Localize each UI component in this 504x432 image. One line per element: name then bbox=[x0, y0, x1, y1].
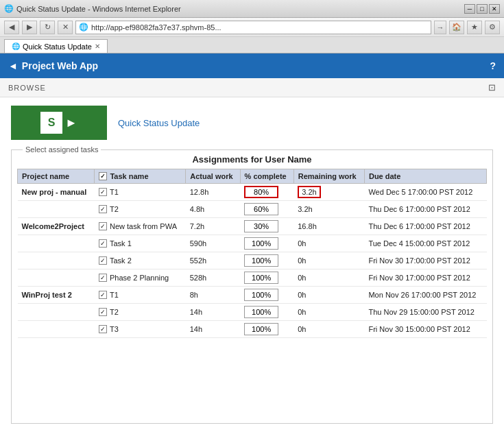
actual-work-cell: 14h bbox=[186, 321, 240, 338]
ribbon-bar: BROWSE ⊡ bbox=[0, 78, 504, 97]
task-checkbox[interactable]: ✓ bbox=[99, 325, 107, 333]
due-date-cell: Mon Nov 26 17:00:00 PST 2012 bbox=[364, 287, 486, 304]
remaining-work-cell: 0h bbox=[293, 269, 364, 287]
table-header-row: Project name ✓ Task name Actual work % c… bbox=[18, 169, 487, 184]
page-title-link[interactable]: Quick Status Update bbox=[118, 118, 200, 128]
table-row: ✓Phase 2 Planning528h0hFri Nov 30 17:00:… bbox=[18, 269, 487, 287]
pct-input[interactable] bbox=[244, 186, 278, 198]
sp-logo-arrow: ► bbox=[65, 116, 77, 130]
forward-button[interactable]: ▶ bbox=[22, 21, 37, 34]
task-selection-box: Select assigned tasks Assignments for Us… bbox=[11, 149, 493, 424]
table-row: ✓T214h0hThu Nov 29 15:00:00 PST 2012 bbox=[18, 304, 487, 321]
project-name-cell: WinProj test 2 bbox=[18, 287, 95, 304]
help-button[interactable]: ? bbox=[490, 60, 496, 71]
project-name-cell: New proj - manual bbox=[18, 184, 95, 201]
actual-work-cell: 8h bbox=[186, 287, 240, 304]
task-checkbox[interactable]: ✓ bbox=[99, 222, 107, 230]
go-button[interactable]: → bbox=[434, 21, 446, 34]
col-project: Project name bbox=[18, 169, 95, 184]
col-task: ✓ Task name bbox=[95, 169, 186, 184]
due-date-cell: Fri Nov 30 15:00:00 PST 2012 bbox=[364, 321, 486, 338]
task-name-cell: ✓T2 bbox=[95, 201, 186, 218]
remaining-work-cell: 0h bbox=[293, 321, 364, 338]
pct-input[interactable] bbox=[244, 220, 278, 232]
remaining-work-cell: 0h bbox=[293, 235, 364, 252]
table-row: WinProj test 2✓T18h0hMon Nov 26 17:00:00… bbox=[18, 287, 487, 304]
pct-input[interactable] bbox=[244, 203, 278, 215]
maximize-button[interactable]: □ bbox=[477, 4, 488, 14]
browser-favicon: 🌐 bbox=[4, 4, 14, 13]
pct-complete-cell[interactable] bbox=[240, 235, 293, 252]
pct-input[interactable] bbox=[244, 289, 278, 301]
back-button[interactable]: ◀ bbox=[4, 21, 19, 34]
table-row: ✓Task 2552h0hFri Nov 30 17:00:00 PST 201… bbox=[18, 252, 487, 269]
task-checkbox[interactable]: ✓ bbox=[99, 205, 107, 213]
due-date-cell: Tue Dec 4 15:00:00 PST 2012 bbox=[364, 235, 486, 252]
active-tab[interactable]: 🌐 Quick Status Update ✕ bbox=[4, 39, 108, 53]
remaining-work-cell: 3.2h bbox=[293, 201, 364, 218]
due-date-cell: Fri Nov 30 17:00:00 PST 2012 bbox=[364, 269, 486, 287]
sp-logo: S ► bbox=[11, 106, 107, 140]
browser-toolbar: ◀ ▶ ↻ ✕ 🌐 http://app-ef98082fa37e37.sphv… bbox=[0, 18, 504, 37]
pct-complete-cell[interactable] bbox=[240, 201, 293, 218]
ribbon-label: BROWSE bbox=[8, 84, 46, 92]
pct-complete-cell[interactable] bbox=[240, 218, 293, 235]
minimize-button[interactable]: ─ bbox=[464, 4, 475, 14]
col-actual: Actual work bbox=[186, 169, 240, 184]
favorites-button[interactable]: ★ bbox=[467, 21, 482, 34]
refresh-button[interactable]: ↻ bbox=[40, 21, 55, 34]
task-name-cell: ✓Phase 2 Planning bbox=[95, 269, 186, 287]
url-text: http://app-ef98082fa37e37.sphvm-85... bbox=[91, 23, 221, 32]
table-row: ✓Task 1590h0hTue Dec 4 15:00:00 PST 2012 bbox=[18, 235, 487, 252]
col-remaining: Remaining work bbox=[293, 169, 364, 184]
task-checkbox[interactable]: ✓ bbox=[99, 239, 107, 248]
pct-input[interactable] bbox=[244, 237, 278, 250]
sp-logo-letter: S bbox=[40, 112, 62, 134]
close-button[interactable]: ✕ bbox=[489, 4, 500, 14]
task-checkbox[interactable]: ✓ bbox=[99, 291, 107, 299]
remaining-work-cell: 3.2h bbox=[293, 184, 364, 201]
home-button[interactable]: 🏠 bbox=[449, 21, 464, 34]
address-bar[interactable]: 🌐 http://app-ef98082fa37e37.sphvm-85... bbox=[75, 21, 431, 34]
col-due: Due date bbox=[364, 169, 486, 184]
settings-button[interactable]: ⚙ bbox=[485, 21, 500, 34]
box-legend: Select assigned tasks bbox=[23, 145, 101, 154]
actual-work-cell: 528h bbox=[186, 269, 240, 287]
project-name-cell bbox=[18, 235, 95, 252]
project-name-cell bbox=[18, 252, 95, 269]
task-checkbox[interactable]: ✓ bbox=[99, 188, 107, 196]
stop-button[interactable]: ✕ bbox=[58, 21, 73, 34]
pct-input[interactable] bbox=[244, 254, 278, 267]
pct-complete-cell[interactable] bbox=[240, 321, 293, 338]
remaining-work-cell: 16.8h bbox=[293, 218, 364, 235]
window-controls: ─ □ ✕ bbox=[464, 4, 500, 14]
actual-work-cell: 14h bbox=[186, 304, 240, 321]
content-area: S ► Quick Status Update Select assigned … bbox=[0, 97, 504, 432]
pct-complete-cell[interactable] bbox=[240, 252, 293, 269]
remaining-work-cell: 0h bbox=[293, 304, 364, 321]
due-date-cell: Thu Dec 6 17:00:00 PST 2012 bbox=[364, 201, 486, 218]
pct-input[interactable] bbox=[244, 306, 278, 318]
pct-input[interactable] bbox=[244, 272, 278, 284]
due-date-cell: Fri Nov 30 17:00:00 PST 2012 bbox=[364, 252, 486, 269]
pct-complete-cell[interactable] bbox=[240, 287, 293, 304]
due-date-cell: Thu Dec 6 17:00:00 PST 2012 bbox=[364, 218, 486, 235]
project-name-cell bbox=[18, 269, 95, 287]
col-pct: % complete bbox=[240, 169, 293, 184]
task-name-cell: ✓T3 bbox=[95, 321, 186, 338]
due-date-cell: Thu Nov 29 15:00:00 PST 2012 bbox=[364, 304, 486, 321]
table-row: New proj - manual✓T112.8h3.2hWed Dec 5 1… bbox=[18, 184, 487, 201]
pct-complete-cell[interactable] bbox=[240, 184, 293, 201]
table-row: Welcome2Project✓New task from PWA7.2h16.… bbox=[18, 218, 487, 235]
pct-input[interactable] bbox=[244, 323, 278, 335]
task-checkbox[interactable]: ✓ bbox=[99, 274, 107, 282]
task-checkbox[interactable]: ✓ bbox=[99, 256, 107, 265]
pct-complete-cell[interactable] bbox=[240, 269, 293, 287]
select-all-checkbox[interactable]: ✓ bbox=[99, 172, 107, 180]
due-date-cell: Wed Dec 5 17:00:00 PST 2012 bbox=[364, 184, 486, 201]
project-name-cell bbox=[18, 304, 95, 321]
task-checkbox[interactable]: ✓ bbox=[99, 308, 107, 316]
tab-close-icon[interactable]: ✕ bbox=[95, 43, 100, 50]
pct-complete-cell[interactable] bbox=[240, 304, 293, 321]
fullscreen-icon[interactable]: ⊡ bbox=[488, 82, 496, 93]
